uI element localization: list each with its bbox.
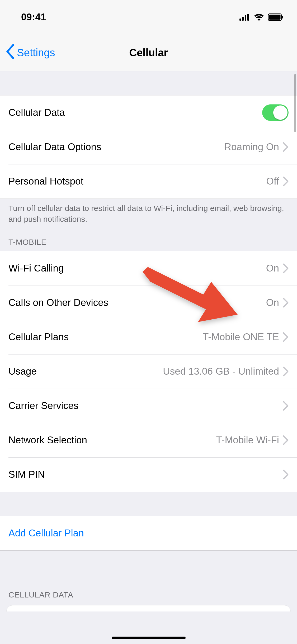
chevron-right-icon	[283, 298, 289, 308]
chevron-right-icon	[283, 142, 289, 152]
wifi-calling-label: Wi-Fi Calling	[8, 263, 266, 274]
back-label: Settings	[17, 47, 55, 59]
row-add-cellular-plan[interactable]: Add Cellular Plan	[0, 516, 297, 550]
svg-rect-1	[242, 17, 244, 21]
status-bar: 09:41	[0, 0, 297, 34]
section-tmobile: Wi-Fi Calling On Calls on Other Devices …	[0, 251, 297, 492]
svg-rect-5	[269, 15, 281, 20]
chevron-right-icon	[283, 263, 289, 273]
wifi-icon	[254, 13, 264, 21]
section-header-tmobile: T-MOBILE	[0, 238, 297, 251]
calls-other-label: Calls on Other Devices	[8, 297, 266, 308]
chevron-right-icon	[283, 401, 289, 411]
section-general: Cellular Data Cellular Data Options Roam…	[0, 95, 297, 199]
partial-row	[6, 605, 291, 611]
status-time: 09:41	[21, 12, 46, 23]
plans-label: Cellular Plans	[8, 332, 203, 343]
svg-rect-3	[247, 14, 249, 21]
row-carrier-services[interactable]: Carrier Services	[0, 389, 297, 423]
usage-label: Usage	[8, 366, 163, 377]
row-cellular-data[interactable]: Cellular Data	[0, 95, 297, 130]
status-icons	[239, 13, 284, 21]
row-calls-other-devices[interactable]: Calls on Other Devices On	[0, 286, 297, 320]
home-indicator[interactable]	[112, 637, 186, 639]
hotspot-label: Personal Hotspot	[8, 176, 266, 187]
row-wifi-calling[interactable]: Wi-Fi Calling On	[0, 251, 297, 286]
nav-bar: Settings Cellular	[0, 34, 297, 71]
network-value: T-Mobile Wi-Fi	[216, 435, 279, 446]
back-button[interactable]: Settings	[0, 44, 55, 61]
wifi-calling-value: On	[266, 263, 279, 274]
hotspot-value: Off	[266, 176, 279, 187]
svg-rect-6	[282, 16, 283, 19]
section-header-cellular-data: CELLULAR DATA	[0, 590, 297, 604]
row-cellular-data-options[interactable]: Cellular Data Options Roaming On	[0, 130, 297, 164]
svg-rect-0	[239, 19, 241, 21]
carrier-label: Carrier Services	[8, 400, 283, 411]
network-label: Network Selection	[8, 435, 216, 446]
chevron-right-icon	[283, 366, 289, 376]
calls-other-value: On	[266, 297, 279, 308]
chevron-left-icon	[5, 44, 15, 61]
chevron-right-icon	[283, 176, 289, 186]
chevron-right-icon	[283, 332, 289, 342]
battery-icon	[268, 13, 284, 21]
row-network-selection[interactable]: Network Selection T-Mobile Wi-Fi	[0, 423, 297, 457]
options-label: Cellular Data Options	[8, 141, 224, 153]
plans-value: T-Mobile ONE TE	[203, 332, 279, 343]
options-value: Roaming On	[224, 141, 279, 153]
cellular-data-toggle[interactable]	[262, 104, 289, 121]
section-footer: Turn off cellular data to restrict all d…	[0, 199, 297, 224]
cellular-signal-icon	[239, 14, 250, 21]
row-personal-hotspot[interactable]: Personal Hotspot Off	[0, 164, 297, 199]
row-usage[interactable]: Usage Used 13.06 GB - Unlimited	[0, 354, 297, 389]
cellular-data-label: Cellular Data	[8, 107, 262, 118]
chevron-right-icon	[283, 435, 289, 445]
section-add-plan: Add Cellular Plan	[0, 516, 297, 551]
svg-rect-2	[245, 15, 246, 21]
sim-pin-label: SIM PIN	[8, 469, 283, 480]
add-plan-label: Add Cellular Plan	[8, 528, 289, 539]
row-sim-pin[interactable]: SIM PIN	[0, 457, 297, 492]
usage-value: Used 13.06 GB - Unlimited	[163, 366, 279, 377]
chevron-right-icon	[283, 470, 289, 480]
row-cellular-plans[interactable]: Cellular Plans T-Mobile ONE TE	[0, 320, 297, 354]
